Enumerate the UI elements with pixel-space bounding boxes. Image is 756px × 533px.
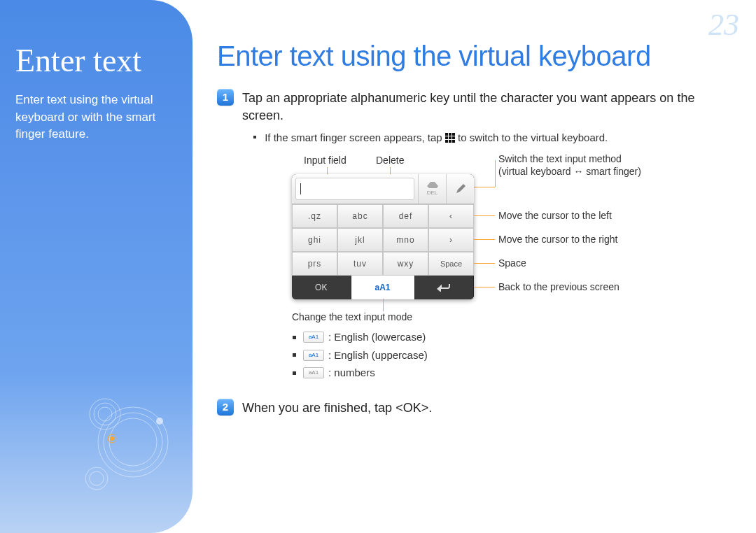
leader-line — [495, 160, 496, 187]
page-number: 23 — [708, 7, 739, 43]
key-right[interactable]: › — [428, 228, 474, 252]
key-def[interactable]: def — [383, 204, 428, 228]
sub-text-after: to switch to the virtual keyboard. — [458, 132, 608, 143]
text-input[interactable] — [295, 178, 414, 200]
main-content: Enter text using the virtual keyboard 1 … — [217, 41, 735, 424]
mode-list: aA1 : English (lowercase) aA1 : English … — [293, 328, 735, 382]
bullet-icon — [293, 353, 296, 357]
annot-delete: Delete — [376, 155, 404, 166]
annot-switch-1: Switch the text input method — [498, 153, 622, 164]
leader-line — [383, 299, 384, 311]
annot-move-right: Move the cursor to the right — [498, 234, 617, 245]
sidebar: Enter text Enter text using the virtual … — [0, 0, 192, 533]
step-1-text: Tap an appropriate alphanumeric key unti… — [242, 89, 735, 125]
annot-space: Space — [498, 257, 526, 269]
keyboard-diagram: Input field Delete Switch the text input… — [253, 153, 701, 328]
leader-line — [474, 215, 495, 216]
keyboard-grid: .qz abc def ‹ ghi jkl mno › prs tuv wxy … — [292, 204, 474, 276]
svg-point-2 — [109, 418, 157, 466]
key-jkl[interactable]: jkl — [337, 228, 383, 252]
mode-numbers: aA1 : numbers — [293, 364, 735, 382]
step-2-text: When you are finished, tap <OK>. — [242, 399, 432, 417]
step-badge-1: 1 — [217, 89, 234, 106]
key-mno[interactable]: mno — [383, 228, 428, 252]
leader-line — [474, 287, 495, 287]
svg-point-9 — [110, 436, 114, 441]
bullet-icon — [293, 336, 296, 339]
annot-move-left: Move the cursor to the left — [498, 210, 612, 221]
step-1-sub: If the smart finger screen appears, tap … — [253, 132, 735, 143]
sidebar-description: Enter text using the virtual keyboard or… — [15, 92, 174, 143]
svg-point-3 — [90, 399, 120, 429]
svg-point-1 — [104, 413, 162, 471]
smart-finger-button[interactable] — [446, 174, 474, 204]
svg-marker-13 — [437, 285, 441, 292]
key-prs[interactable]: prs — [292, 252, 337, 276]
grid-icon — [445, 133, 455, 143]
key-wxy[interactable]: wxy — [383, 252, 428, 276]
key-space[interactable]: Space — [428, 252, 474, 276]
sidebar-title: Enter text — [15, 42, 174, 79]
step-2: 2 When you are finished, tap <OK>. — [217, 399, 735, 417]
main-title: Enter text using the virtual keyboard — [217, 41, 735, 72]
key-qz[interactable]: .qz — [292, 204, 337, 228]
svg-marker-12 — [456, 184, 465, 193]
step-1: 1 Tap an appropriate alphanumeric key un… — [217, 89, 735, 125]
key-mode[interactable]: aA1 — [351, 276, 415, 299]
leader-line — [474, 239, 495, 240]
bullet-icon — [293, 371, 296, 375]
svg-point-10 — [156, 418, 163, 425]
svg-point-0 — [98, 407, 168, 477]
key-left[interactable]: ‹ — [428, 204, 474, 228]
back-arrow-icon — [437, 283, 451, 292]
svg-marker-11 — [427, 182, 438, 188]
keyboard-top-row: DEL — [292, 174, 474, 204]
key-abc[interactable]: abc — [337, 204, 383, 228]
bullet-icon — [253, 136, 256, 138]
pencil-icon — [456, 184, 465, 194]
mode-uppercase: aA1 : English (uppercase) — [293, 346, 735, 364]
mode-label: : English (lowercase) — [328, 328, 426, 346]
annot-change-mode: Change the text input mode — [292, 311, 412, 322]
delete-label: DEL — [427, 190, 438, 196]
sub-text-before: If the smart finger screen appears, tap — [265, 132, 445, 143]
mode-chip: aA1 — [303, 332, 324, 343]
step-badge-2: 2 — [217, 399, 234, 415]
annot-back: Back to the previous screen — [498, 281, 620, 292]
keyboard-bottom-row: OK aA1 — [292, 276, 474, 299]
key-tuv[interactable]: tuv — [337, 252, 383, 276]
mode-label: : English (uppercase) — [328, 346, 428, 364]
svg-point-7 — [90, 471, 104, 485]
svg-point-5 — [98, 407, 112, 421]
mode-lowercase: aA1 : English (lowercase) — [293, 328, 735, 346]
mode-chip: aA1 — [303, 350, 324, 361]
svg-point-4 — [94, 403, 116, 425]
mode-label: : numbers — [328, 364, 375, 382]
key-back[interactable] — [415, 276, 475, 299]
virtual-keyboard: DEL .qz abc def ‹ ghi jkl mno › prs tuv … — [292, 174, 474, 299]
leader-line — [474, 263, 495, 264]
svg-point-6 — [85, 467, 108, 490]
key-ok[interactable]: OK — [292, 276, 351, 299]
key-ghi[interactable]: ghi — [292, 228, 337, 252]
annot-input-field: Input field — [304, 155, 346, 166]
eraser-icon — [427, 182, 438, 189]
annot-switch-2: (virtual keyboard ↔ smart finger) — [498, 166, 641, 177]
decorative-circles — [84, 379, 192, 505]
mode-chip: aA1 — [303, 367, 324, 378]
delete-button[interactable]: DEL — [418, 174, 446, 204]
